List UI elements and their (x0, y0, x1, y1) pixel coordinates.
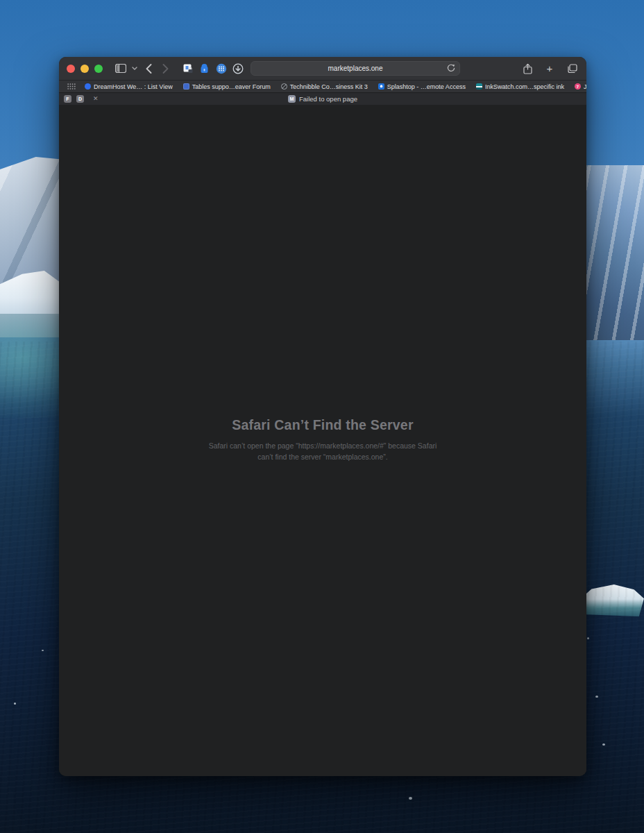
ice-speck (587, 637, 589, 639)
sidebar-chevron-down-icon[interactable] (130, 62, 139, 76)
bookmark-splashtop[interactable]: Splashtop - …emote Access (378, 83, 466, 90)
bookmark-javascript[interactable]: 7 Javascript Fr…for Beginners (575, 83, 586, 90)
zoom-window-button[interactable] (94, 65, 103, 73)
minimize-window-button[interactable] (80, 65, 89, 73)
bookmark-dreamhost[interactable]: DreamHost We… : List View (85, 83, 173, 90)
blue-lock-extension-icon[interactable] (198, 62, 210, 74)
inkswatch-favicon (476, 83, 482, 90)
extension-icons (182, 62, 244, 74)
technibble-favicon (281, 83, 287, 90)
active-tab-title: Failed to open page (299, 95, 357, 103)
safari-window: marketplaces.one + (59, 57, 586, 776)
ice-speck (42, 650, 44, 651)
ice-speck (409, 797, 412, 800)
page-content: Safari Can’t Find the Server Safari can’… (59, 105, 586, 776)
tab-overview-icon[interactable] (565, 62, 579, 76)
pinned-tab-d[interactable]: D (76, 95, 84, 103)
back-button[interactable] (142, 62, 155, 76)
new-tab-button[interactable]: + (543, 62, 557, 76)
download-circle-extension-icon[interactable] (232, 62, 244, 74)
bookmark-technibble[interactable]: Technibble Co…siness Kit 3 (281, 83, 368, 90)
dreamhost-favicon (85, 83, 91, 90)
sidebar-toggle-icon[interactable] (114, 62, 128, 76)
error-title: Safari Can’t Find the Server (59, 105, 586, 433)
favorites-grid-icon[interactable] (67, 83, 76, 90)
forward-button[interactable] (158, 62, 172, 76)
close-window-button[interactable] (67, 65, 75, 73)
address-bar-url[interactable]: marketplaces.one (328, 65, 383, 72)
dotted-globe-extension-icon[interactable] (215, 62, 227, 74)
splashtop-favicon (378, 83, 384, 90)
desktop-background: marketplaces.one + (0, 0, 644, 833)
tab-bar: F D ✕ M Failed to open page (59, 92, 586, 105)
toolbar-right-group: + (520, 62, 579, 76)
bookmark-tables-forum[interactable]: Tables suppo…eaver Forum (183, 83, 271, 90)
favorites-bar: DreamHost We… : List View Tables suppo…e… (59, 80, 586, 92)
bookmark-inkswatch[interactable]: InkSwatch.com…specific ink (476, 83, 564, 90)
pinned-tab-f[interactable]: F (64, 95, 71, 103)
javascript-favicon: 7 (575, 83, 581, 90)
bookmark-label: Tables suppo…eaver Forum (192, 83, 271, 90)
reload-icon[interactable] (447, 64, 455, 73)
traffic-lights (67, 65, 103, 73)
ice-speck (595, 696, 598, 698)
ice-speck (14, 702, 16, 705)
bookmark-label: Technibble Co…siness Kit 3 (290, 83, 368, 90)
bookmark-label: InkSwatch.com…specific ink (485, 83, 564, 90)
safari-toolbar: marketplaces.one + (59, 57, 586, 80)
shield-lock-extension-icon[interactable] (182, 62, 194, 74)
share-icon[interactable] (520, 62, 534, 76)
address-bar[interactable]: marketplaces.one (251, 61, 460, 76)
bookmark-label: Javascript Fr…for Beginners (584, 83, 586, 90)
ice-speck (602, 743, 605, 746)
active-tab: M Failed to open page (59, 95, 586, 103)
bookmark-label: Splashtop - …emote Access (387, 83, 466, 90)
tab-close-icon[interactable]: ✕ (93, 96, 99, 102)
navigation-group (114, 62, 172, 76)
tab-favicon-m: M (288, 95, 296, 103)
error-message: Safari can’t open the page “https://mark… (203, 441, 442, 463)
bookmark-label: DreamHost We… : List View (94, 83, 173, 90)
forum-favicon (183, 83, 189, 90)
